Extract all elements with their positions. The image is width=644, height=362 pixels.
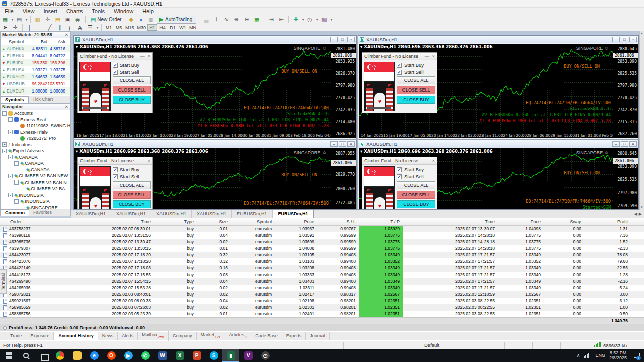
taskbar-word-icon[interactable]: W [154,349,171,362]
chart-window[interactable]: XAUUSDm,H1–□×▾ XAUUSDm,H1 2860.696 2863.… [73,140,357,210]
zoom-out-button[interactable]: ⊖ [242,16,251,24]
restore-icon[interactable]: □ [621,37,628,42]
navigator-item-indicators[interactable]: +ƒIndicators [1,142,70,148]
vline-button[interactable]: │ [25,24,34,32]
market-watch-row[interactable]: ▲AUDHKX4.885114.88716 [1,45,70,52]
trendline-button[interactable]: ╱ [45,24,54,32]
chart-tab-3[interactable]: XAUUSDm,H1 [192,210,232,218]
column-header-order[interactable]: Order [0,219,59,224]
close-all-button[interactable]: CLOSE ALL [113,181,151,189]
close-buy-button[interactable]: CLOSE BUY [113,96,151,104]
terminal-tab-mailbox[interactable]: Mailbox256 [138,331,169,341]
market-watch-row[interactable]: ▲EURUSX1.032711.03275 [1,66,70,73]
checkbox-checked-icon[interactable]: ✓ [397,63,402,68]
table-row[interactable]: 4642694902025.02.07 15:54:15buy0.04eurus… [0,278,644,285]
tree-expand-box[interactable]: - [8,117,13,122]
terminal-tab-market[interactable]: Market121 [197,331,225,341]
market-watch-row[interactable]: ▲EUXEUR1.000001.00000 [1,87,70,95]
menu-window[interactable]: Window [109,8,138,15]
timeframe-m1[interactable]: M1 [104,24,114,31]
market-watch-button[interactable]: ▥ [33,16,42,24]
start-buy-checkbox[interactable]: ✓Start Buy [397,62,435,68]
close-icon[interactable]: × [629,141,637,147]
language-indicator[interactable]: ENG [595,353,605,358]
chart-tab-5[interactable]: EURUSDm,H1 [273,210,314,218]
table-row[interactable]: 4590728212025.02.03 08:40:01buy0.02eurus… [0,291,644,298]
terminal-tab-code-base[interactable]: Code Base [251,332,282,340]
checkbox-checked-icon[interactable]: ✓ [113,167,118,172]
column-header-swap[interactable]: Swap [544,219,584,224]
navigator-item-indonesia[interactable]: -◆INDONESIA [1,192,70,199]
column-header-time[interactable]: Time [403,219,498,224]
minimize-icon[interactable]: — [425,158,429,163]
close-all-button[interactable]: CLOSE ALL [397,181,435,189]
start-sell-checkbox[interactable]: ✓Start Sell [113,69,151,75]
arrows-button[interactable]: ☰ [86,24,95,32]
navigator-item-canada[interactable]: -◆CANADA [1,160,70,167]
close-buy-button[interactable]: CLOSE BUY [113,200,151,208]
terminal-tab-account-history[interactable]: Account History [54,332,98,340]
tree-expand-box[interactable]: - [14,199,19,204]
close-icon[interactable]: × [347,141,355,147]
table-row[interactable]: 4644230762025.02.07 17:18:20buy0.32eurus… [0,258,644,265]
tile-windows-button[interactable]: ▦ [252,16,261,24]
taskbar-whatsapp-icon[interactable]: ✆ [137,349,154,362]
tree-expand-box[interactable]: + [2,142,7,147]
climber-dialog-titlebar[interactable]: Climber Fund - No License—× [78,157,152,165]
navigator-item-singapore[interactable]: ◆SINGAPORE [1,205,70,209]
navigator-item-accounts[interactable]: -Accounts [1,110,70,117]
chart-window-titlebar[interactable]: XAUUSDm,H1–□× [74,140,356,148]
timeframe-m30[interactable]: M30 [135,24,147,31]
taskbar-mt4-icon[interactable]: ▮ [222,349,239,362]
taskbar-telegram-icon[interactable]: ▶ [120,349,137,362]
column-header-sl[interactable]: S / L [317,219,359,224]
column-header-profit[interactable]: Profit [584,219,631,224]
table-row[interactable]: 4590215672025.02.03 08:00:38buy0.04eurus… [0,298,644,304]
market-watch-row[interactable]: ▼EURJPX156.350156.396 [1,59,70,66]
crosshair-button[interactable]: ✛ [11,24,20,32]
close-icon[interactable]: × [347,37,355,42]
dropdown-arrow-icon[interactable]: ▼ [330,18,333,21]
timeframe-d1[interactable]: D1 [168,24,178,31]
taskbar-opera-icon[interactable]: O [103,349,120,362]
scroll-left-icon[interactable]: ◀ [634,211,637,218]
start-buy-checkbox[interactable]: ✓Start Buy [113,167,151,172]
table-row[interactable]: 4639981182025.02.07 13:31:56buy0.04eurus… [0,232,644,239]
minimize-icon[interactable]: – [330,141,338,147]
dropdown-arrow-icon[interactable]: ▼ [301,18,305,21]
chart-tab-2[interactable]: XAUUSDm,H1 [151,210,192,218]
taskbar-clock-icon[interactable]: ◷ [257,349,274,362]
close-buy-button[interactable]: CLOSE BUY [397,200,435,208]
chart-tab-1[interactable]: XAUUSDm,H1 [111,210,151,218]
tab-scroll-arrows[interactable]: ◀▶ [632,211,644,218]
minimize-icon[interactable]: — [140,54,145,59]
start-sell-checkbox[interactable]: ✓Start Sell [113,174,151,179]
close-sell-button[interactable]: CLOSE SELL [397,191,435,199]
table-row[interactable]: 4644181732025.02.07 17:15:56buy0.08eurus… [0,272,644,278]
minimize-icon[interactable]: – [612,37,620,42]
periods-button[interactable]: ◷ [305,16,314,24]
terminal-tab-exposure[interactable]: Exposure [26,332,54,340]
minimize-icon[interactable]: — [425,54,429,59]
table-row[interactable]: 4642659362025.02.07 15:53:28buy0.02eurus… [0,285,644,291]
close-sell-button[interactable]: CLOSE SELL [113,86,151,94]
terminal-tab-company[interactable]: Company [169,332,197,340]
close-icon[interactable]: × [64,104,69,109]
taskbar-edge-icon[interactable]: e [86,349,103,362]
tree-expand-box[interactable]: - [8,174,13,178]
market-watch-row[interactable]: ▲EURHKX8.044418.04722 [1,52,70,59]
bar-chart-button[interactable]: 𝄛 [202,16,211,24]
checkbox-checked-icon[interactable]: ✓ [397,174,402,179]
climber-dialog-titlebar[interactable]: Climber Fund - No License—× [362,53,437,60]
market-watch-row[interactable]: ▼USDRUB96.2842103.5701 [1,80,70,87]
tree-expand-box[interactable]: - [2,111,7,116]
navigator-item-70285375-pro[interactable]: 70285375: Pro [1,135,70,142]
taskbar-vscode-icon[interactable]: V [239,349,257,362]
arrange-button[interactable]: ⇥ [267,16,276,24]
line-chart-button[interactable]: ∿ [222,16,231,24]
navigator-item-exness-trial9[interactable]: -Exness-Trial9 [1,129,70,136]
chart-window[interactable]: XAUUSDm,H1–□×▾ XAUUSDm,H1 2860.696 2863.… [358,35,639,139]
table-row[interactable]: 4644230772025.02.07 17:18:20buy0.32eurus… [0,252,644,258]
chart-area-scrollbar[interactable]: ▲▼ [639,31,644,210]
timeframe-mn[interactable]: MN [188,24,198,31]
